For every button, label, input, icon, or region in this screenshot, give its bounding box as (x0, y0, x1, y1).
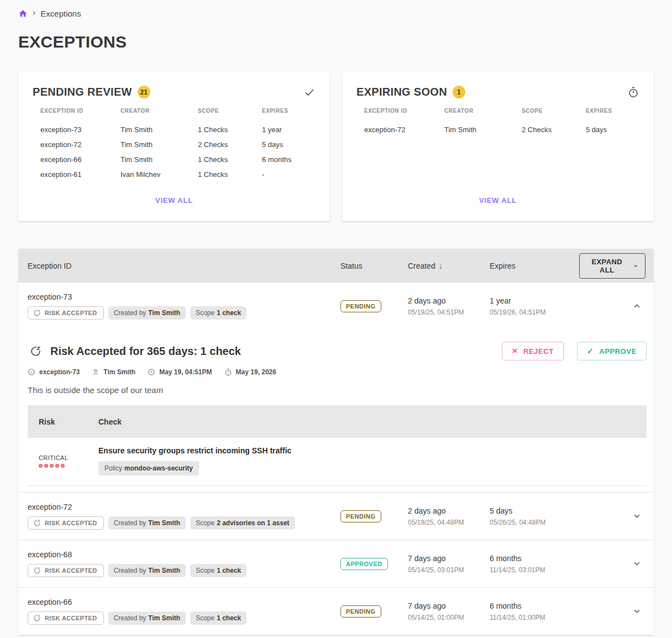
expires-relative: 1 year (490, 296, 579, 305)
list-item[interactable]: exception-72 Tim Smith 2 Checks 5 days (40, 140, 316, 149)
meta-created: May 19, 04:51PM (148, 368, 212, 376)
card-title: PENDING REVIEW (33, 86, 132, 98)
approve-button[interactable]: ✓ APPROVE (577, 342, 647, 360)
status-badge: PENDING (340, 300, 381, 312)
x-icon: × (512, 346, 518, 355)
scope-chip: Scope1 check (190, 611, 246, 625)
view-all-link[interactable]: VIEW ALL (342, 196, 654, 205)
pending-review-table: EXCEPTION ID CREATOR SCOPE EXPIRES excep… (18, 108, 330, 179)
risk-check-table: Risk Check CRITICAL Ensure security grou… (28, 405, 647, 486)
detail-meta: exception-73 Tim Smith May 19, 04:51PM M… (25, 368, 647, 376)
snooze-icon (33, 614, 41, 622)
status-badge: PENDING (340, 605, 381, 618)
risk-accepted-chip: RISK ACCEPTED (28, 564, 104, 577)
col-header: EXPIRES (262, 108, 316, 114)
exception-row-group: exception-66 RISK ACCEPTED Created byTim… (18, 588, 654, 635)
pending-review-card: PENDING REVIEW 21 EXCEPTION ID CREATOR S… (18, 72, 330, 221)
clock-icon (148, 368, 155, 376)
policy-chip: Policymondoo-aws-security (98, 461, 199, 475)
expand-row-icon[interactable] (632, 606, 642, 616)
risk-accepted-chip: RISK ACCEPTED (28, 611, 104, 625)
creator-chip: Created byTim Smith (108, 564, 186, 577)
col-created-sort[interactable]: Created ↓ (408, 262, 490, 270)
col-header: EXCEPTION ID (364, 108, 444, 114)
list-item[interactable]: exception-61 Ivan Milchev 1 Checks - (40, 170, 316, 179)
scope-chip: Scope2 advisories on 1 asset (190, 516, 295, 530)
col-header: CREATOR (120, 108, 198, 114)
check-icon: ✓ (587, 347, 594, 355)
col-header: CREATOR (444, 108, 522, 114)
col-expires: Expires (490, 262, 579, 270)
created-relative: 2 days ago (408, 296, 490, 305)
view-all-link[interactable]: VIEW ALL (18, 196, 330, 205)
person-icon (92, 368, 99, 376)
status-badge: PENDING (340, 510, 381, 522)
summary-cards: PENDING REVIEW 21 EXCEPTION ID CREATOR S… (18, 72, 654, 221)
created-relative: 7 days ago (408, 602, 490, 610)
severity-dots (39, 464, 98, 468)
col-status: Status (340, 262, 408, 270)
snooze-icon (33, 567, 41, 574)
exception-row-group: exception-72 RISK ACCEPTED Created byTim… (18, 493, 654, 540)
creator-chip: Created byTim Smith (108, 516, 186, 530)
home-icon[interactable] (18, 9, 28, 18)
exception-detail-panel: Risk Accepted for 365 days: 1 check × RE… (18, 330, 654, 492)
expand-all-button[interactable]: EXPAND ALL (579, 253, 645, 279)
timer-icon (224, 368, 232, 376)
count-badge: 21 (138, 86, 150, 98)
snooze-icon (33, 519, 41, 527)
card-title: EXPIRING SOON (356, 86, 447, 98)
list-item[interactable]: exception-72 Tim Smith 2 Checks 5 days (364, 125, 639, 134)
expires-relative: 6 months (490, 602, 579, 610)
meta-creator: Tim Smith (92, 368, 135, 376)
list-item[interactable]: exception-66 Tim Smith 1 Checks 6 months (40, 155, 316, 164)
created-date: 05/19/25, 04:48PM (408, 519, 490, 526)
breadcrumb-current: Exceptions (40, 9, 81, 18)
expiring-soon-card: EXPIRING SOON 1 EXCEPTION ID CREATOR SCO… (342, 72, 654, 221)
expires-relative: 6 months (490, 554, 579, 563)
reject-button[interactable]: × REJECT (502, 342, 563, 360)
count-badge: 1 (453, 86, 465, 98)
scope-chip: Scope1 check (190, 306, 246, 320)
severity-label: CRITICAL (39, 454, 98, 461)
exception-id: exception-73 (28, 292, 340, 301)
expand-row-icon[interactable] (632, 511, 642, 521)
table-header: Exception ID Status Created ↓ Expires EX… (18, 249, 654, 283)
check-cell: Ensure security groups restrict incoming… (98, 446, 647, 475)
table-row[interactable]: exception-72 RISK ACCEPTED Created byTim… (18, 493, 654, 540)
exceptions-page: › Exceptions EXCEPTIONS PENDING REVIEW 2… (0, 0, 672, 635)
scope-chip: Scope1 check (190, 564, 246, 577)
check-col-header: Check (98, 417, 647, 426)
meta-exception-id: exception-73 (28, 368, 80, 376)
created-date: 05/14/25, 03:01PM (408, 566, 490, 574)
col-header: SCOPE (198, 108, 262, 114)
created-date: 05/14/25, 01:00PM (408, 614, 490, 621)
check-icon (303, 86, 316, 98)
expand-row-icon[interactable] (632, 559, 642, 568)
created-relative: 2 days ago (408, 506, 490, 515)
table-row[interactable]: exception-66 RISK ACCEPTED Created byTim… (18, 588, 654, 635)
expires-date: 11/14/25, 01:00PM (490, 614, 579, 621)
list-item[interactable]: exception-73 Tim Smith 1 Checks 1 year (40, 125, 316, 134)
exceptions-table: Exception ID Status Created ↓ Expires EX… (18, 249, 654, 635)
exception-description: This is outside the scope of our team (25, 385, 647, 395)
exception-row-group: exception-68 RISK ACCEPTED Created byTim… (18, 540, 654, 588)
severity-cell: CRITICAL (39, 454, 98, 468)
page-title: EXCEPTIONS (18, 33, 654, 51)
collapse-row-icon[interactable] (632, 301, 642, 311)
exception-id: exception-68 (28, 550, 340, 559)
breadcrumb-separator: › (33, 8, 35, 18)
expires-date: 05/26/25, 04:48PM (490, 519, 579, 526)
check-name: Ensure security groups restrict incoming… (98, 446, 647, 455)
exception-id: exception-72 (28, 503, 340, 511)
breadcrumb: › Exceptions (18, 8, 654, 19)
info-icon (28, 368, 35, 376)
sort-desc-icon: ↓ (439, 262, 443, 270)
check-row[interactable]: CRITICAL Ensure security groups restrict… (28, 438, 647, 486)
expiring-soon-table: EXCEPTION ID CREATOR SCOPE EXPIRES excep… (342, 108, 654, 134)
expires-date: 11/14/25, 03:01PM (490, 566, 579, 574)
detail-title: Risk Accepted for 365 days: 1 check (50, 345, 241, 358)
table-row[interactable]: exception-68 RISK ACCEPTED Created byTim… (18, 540, 654, 587)
expires-date: 05/19/26, 04:51PM (490, 308, 579, 316)
table-row[interactable]: exception-73 RISK ACCEPTED Created byTim… (18, 283, 654, 330)
